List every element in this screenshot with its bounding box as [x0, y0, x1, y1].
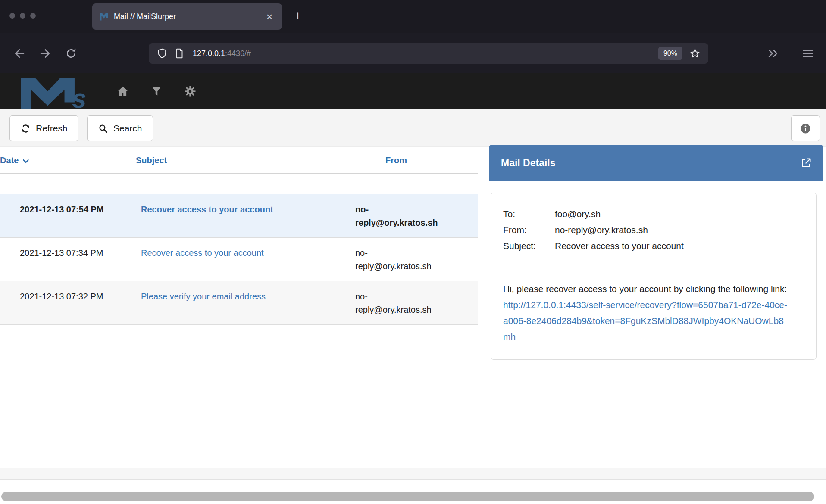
url-path: :4436/#	[225, 49, 251, 58]
mail-row-date: 2021-12-13 07:32 PM	[0, 281, 136, 324]
mail-subject-link[interactable]: Recover access to your account	[141, 205, 273, 214]
details-divider	[503, 267, 804, 267]
info-button[interactable]	[791, 115, 820, 141]
url-bar[interactable]: 127.0.0.1:4436/# 90%	[149, 43, 708, 64]
gear-icon[interactable]	[184, 85, 197, 98]
window-control-dot[interactable]	[20, 13, 25, 19]
browser-tab-strip: Mail // MailSlurper × +	[0, 0, 826, 33]
mail-row-from: no-reply@ory.kratos.sh	[355, 194, 478, 237]
column-header-subject[interactable]: Subject	[136, 147, 355, 173]
tab-close-icon[interactable]: ×	[264, 11, 275, 23]
zoom-level-badge[interactable]: 90%	[658, 47, 682, 60]
refresh-icon	[20, 123, 31, 134]
search-button[interactable]: Search	[87, 115, 153, 141]
logo-letter-s: s	[72, 84, 87, 109]
home-icon[interactable]	[116, 85, 129, 98]
panels-footer-strip	[0, 468, 826, 480]
refresh-button[interactable]: Refresh	[9, 115, 78, 141]
browser-navbar: 127.0.0.1:4436/# 90%	[0, 33, 826, 73]
sort-desc-chevron-icon	[22, 157, 30, 165]
mail-list-table: Date Subject From 2021-12-13 07:54 PM Re…	[0, 147, 478, 325]
from-label: From:	[503, 222, 555, 238]
window-control-dot[interactable]	[30, 13, 36, 19]
mail-row-subject: Recover access to your account	[136, 238, 355, 281]
subject-header-label: Subject	[136, 156, 167, 165]
footer-panel-divider	[478, 468, 478, 479]
info-icon	[800, 123, 811, 134]
browser-tab[interactable]: Mail // MailSlurper ×	[92, 3, 282, 30]
mailslurper-logo: s	[15, 75, 99, 109]
window-control-dot[interactable]	[9, 13, 15, 19]
to-label: To:	[503, 206, 555, 222]
browser-window: Mail // MailSlurper × +	[0, 0, 826, 504]
mail-list-row[interactable]: 2021-12-13 07:34 PM Recover access to yo…	[0, 237, 478, 281]
hamburger-menu-icon[interactable]	[802, 47, 814, 59]
subject-label: Subject:	[503, 238, 555, 254]
mail-row-date: 2021-12-13 07:54 PM	[0, 194, 136, 237]
table-spacer	[0, 174, 478, 194]
mail-subject-link[interactable]: Recover access to your account	[141, 248, 264, 258]
mail-table-header: Date Subject From	[0, 147, 478, 174]
mail-details-card: To: foo@ory.sh From: no-reply@ory.kratos…	[491, 193, 817, 360]
forward-icon[interactable]	[39, 47, 52, 60]
back-icon[interactable]	[13, 47, 26, 60]
bookmark-star-icon[interactable]	[689, 48, 701, 59]
mail-details-title: Mail Details	[501, 157, 800, 169]
mail-list-row[interactable]: 2021-12-13 07:32 PM Please verify your e…	[0, 281, 478, 325]
url-text[interactable]: 127.0.0.1:4436/#	[193, 49, 658, 58]
mail-row-from: no-reply@ory.kratos.sh	[355, 238, 478, 281]
mail-body-text: Hi, please recover access to your accoun…	[503, 284, 787, 294]
shield-icon[interactable]	[156, 48, 168, 59]
mailslurper-favicon	[99, 12, 109, 22]
mail-list-row[interactable]: 2021-12-13 07:54 PM Recover access to yo…	[0, 194, 478, 237]
overflow-chevrons-icon[interactable]	[767, 47, 779, 60]
field-subject: Subject: Recover access to your account	[503, 238, 804, 254]
subject-value: Recover access to your account	[555, 238, 684, 254]
from-header-label: From	[385, 156, 407, 165]
mail-table-body: 2021-12-13 07:54 PM Recover access to yo…	[0, 194, 478, 325]
window-controls[interactable]	[9, 13, 36, 19]
search-icon	[98, 123, 109, 134]
date-header-label: Date	[0, 154, 19, 167]
tab-title: Mail // MailSlurper	[114, 12, 264, 21]
app-toolbar: Refresh Search	[0, 109, 826, 147]
mail-row-date: 2021-12-13 07:34 PM	[0, 238, 136, 281]
mail-subject-link[interactable]: Please verify your email address	[141, 292, 266, 301]
mail-body: Hi, please recover access to your accoun…	[503, 281, 788, 345]
mail-details-header: Mail Details	[489, 145, 823, 181]
page-info-icon[interactable]	[174, 48, 185, 59]
mail-details-panel: Mail Details To: foo@ory.sh From: no-rep…	[489, 145, 823, 360]
recovery-link[interactable]: http://127.0.0.1:4433/self-service/recov…	[503, 300, 787, 342]
refresh-button-label: Refresh	[36, 123, 68, 134]
new-tab-button[interactable]: +	[294, 9, 302, 22]
from-value: no-reply@ory.kratos.sh	[555, 222, 648, 238]
filter-icon[interactable]	[150, 85, 163, 98]
url-host: 127.0.0.1	[193, 49, 225, 58]
to-value: foo@ory.sh	[555, 206, 601, 222]
field-to: To: foo@ory.sh	[503, 206, 804, 222]
open-external-icon[interactable]	[800, 157, 812, 169]
search-button-label: Search	[113, 123, 142, 134]
field-from: From: no-reply@ory.kratos.sh	[503, 222, 804, 238]
column-header-from[interactable]: From	[355, 147, 478, 173]
column-header-date[interactable]: Date	[0, 147, 136, 173]
mail-row-subject: Please verify your email address	[136, 281, 355, 324]
mail-row-subject: Recover access to your account	[136, 194, 355, 237]
mail-row-from: no-reply@ory.kratos.sh	[355, 281, 478, 324]
horizontal-scrollbar[interactable]	[1, 492, 814, 501]
mailslurper-app-bar: s	[0, 73, 826, 109]
reload-icon[interactable]	[65, 47, 78, 60]
